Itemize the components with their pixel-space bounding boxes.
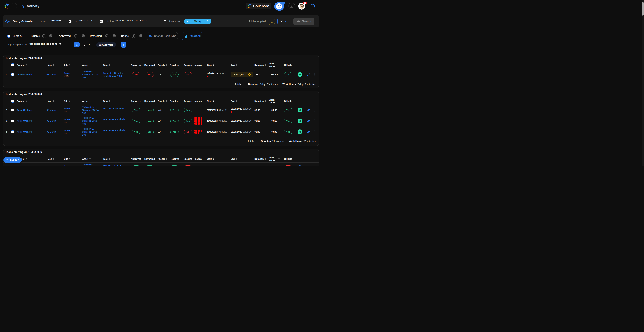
next-day-button[interactable] [204, 19, 211, 24]
col-project[interactable]: Project [16, 64, 42, 66]
billable-yes-icon[interactable] [42, 34, 46, 38]
assistant-chat-icon[interactable] [274, 2, 285, 11]
assignee-avatar[interactable]: M [298, 129, 302, 134]
site-cell[interactable]: AcmeUTC [60, 107, 80, 113]
undelete-icon[interactable] [139, 34, 143, 38]
support-button[interactable]: Support [4, 157, 22, 163]
col-asset[interactable]: Asset [80, 157, 103, 160]
job-link[interactable]: 03 March [46, 130, 56, 133]
col-end[interactable]: End [229, 100, 254, 102]
reset-filters-button[interactable] [269, 18, 275, 25]
row-menu-icon[interactable] [314, 119, 315, 122]
change-task-type-button[interactable]: Change Task Type [147, 32, 178, 40]
row-checkbox[interactable] [11, 73, 14, 76]
previous-day-button[interactable] [184, 19, 191, 24]
from-date-input[interactable]: 01/02/2026 [48, 19, 67, 24]
delete-icon[interactable] [132, 34, 136, 38]
job-link[interactable]: 03 March [46, 119, 56, 122]
section-select-checkbox[interactable] [11, 100, 14, 103]
to-date-input[interactable]: 25/03/2026 [79, 19, 98, 24]
today-button[interactable]: Today [191, 19, 204, 24]
images-grid[interactable] [194, 117, 204, 124]
images-grid[interactable] [194, 130, 204, 133]
edit-icon[interactable] [307, 73, 310, 76]
col-duration[interactable]: Duration [254, 157, 267, 160]
edit-icon[interactable] [307, 108, 310, 112]
assignee-avatar[interactable]: M [298, 119, 302, 123]
row-checkbox[interactable] [11, 130, 14, 133]
asset-link[interactable]: Turbine 01 / Siemens SG 2.4-108 [80, 127, 103, 136]
project-link[interactable]: Acme Offshore [16, 130, 42, 133]
col-people[interactable]: People [156, 100, 167, 102]
pagination-next[interactable]: › [89, 43, 90, 46]
assignee-avatar[interactable]: M [298, 108, 302, 112]
site-cell[interactable]: AcmeUTC [60, 129, 80, 135]
col-asset[interactable]: Asset [80, 100, 103, 102]
site-cell[interactable]: AcmeUTC [60, 165, 80, 166]
col-task[interactable]: Task [103, 64, 129, 66]
help-icon[interactable] [310, 4, 315, 9]
col-asset[interactable]: Asset [80, 64, 103, 66]
col-duration[interactable]: Duration [254, 100, 267, 102]
download-button[interactable] [288, 3, 295, 10]
col-work-hours[interactable]: Work Hours [269, 62, 280, 68]
col-job[interactable]: Job [48, 157, 54, 160]
site-cell[interactable]: AcmeUTC [60, 72, 80, 78]
col-start[interactable]: Start [204, 100, 229, 102]
task-link[interactable]: 10 - Taiwan Punch List [103, 129, 129, 135]
col-task[interactable]: Task [103, 157, 129, 160]
pagination-prev[interactable]: ‹ [70, 43, 70, 46]
col-end[interactable]: End [229, 157, 254, 160]
row-menu-icon[interactable] [314, 109, 315, 112]
col-people[interactable]: People [156, 64, 167, 66]
pagination-page-1[interactable]: 1 [74, 42, 80, 47]
col-work-hours[interactable]: Work Hours [269, 98, 280, 104]
assignee-avatar[interactable]: M [298, 72, 302, 77]
select-all-checkbox[interactable] [7, 35, 10, 38]
task-link[interactable]: 10 - Taiwan Punch List [103, 107, 129, 113]
col-site[interactable]: Site [60, 64, 80, 66]
row-menu-icon[interactable] [314, 130, 315, 133]
export-all-button[interactable]: Export All [182, 32, 203, 40]
col-site[interactable]: Site [60, 100, 80, 102]
asset-link[interactable]: Turbine 01 / Siemens SG 2.4-108 [80, 163, 103, 166]
billable-no-icon[interactable] [49, 34, 53, 38]
col-work-hours[interactable]: Work Hours [269, 156, 280, 162]
user-avatar[interactable]: 32 [298, 3, 305, 10]
col-start[interactable]: Start [204, 157, 229, 160]
time-display-select[interactable]: the local site time zone [29, 42, 64, 47]
col-people[interactable]: People [156, 157, 167, 160]
section-select-checkbox[interactable] [11, 63, 14, 66]
job-link[interactable]: 03 March [46, 109, 56, 112]
filter-button[interactable] [278, 18, 290, 25]
reviewed-yes-icon[interactable] [105, 34, 109, 38]
project-link[interactable]: Acme Offshore [16, 109, 42, 112]
edit-icon[interactable] [307, 119, 310, 122]
search-button[interactable]: Search [294, 18, 314, 25]
approved-no-icon[interactable] [81, 34, 85, 38]
row-checkbox[interactable] [11, 109, 14, 111]
col-site[interactable]: Site [60, 157, 80, 160]
asset-link[interactable]: Turbine 01 / Siemens SG 2.4-108 [80, 106, 103, 115]
timezone-select[interactable]: Europe/London UTC +01:00 [115, 19, 168, 24]
reviewed-no-icon[interactable] [112, 34, 116, 38]
job-link[interactable]: 03 March [46, 73, 56, 76]
asset-link[interactable]: Turbine 01 / Siemens SG 2.4-108 [80, 70, 103, 79]
asset-link[interactable]: Turbine 01 / Siemens SG 2.4-108 [80, 116, 103, 125]
row-checkbox[interactable] [11, 119, 14, 122]
add-activity-button[interactable]: + [121, 42, 126, 48]
col-duration[interactable]: Duration [254, 64, 267, 66]
task-link[interactable]: Template - Complex Blade Repair 2026 [103, 72, 129, 78]
col-task[interactable]: Task [103, 100, 129, 102]
project-link[interactable]: Acme Offshore [16, 73, 42, 76]
col-project[interactable]: Project [16, 100, 42, 102]
to-calendar-icon[interactable] [100, 20, 103, 23]
task-link[interactable]: (JAMIE) Vehicle Commissioning [103, 165, 129, 166]
col-job[interactable]: Job [48, 64, 54, 66]
col-end[interactable]: End [229, 64, 254, 66]
row-menu-icon[interactable] [314, 73, 315, 76]
site-cell[interactable]: AcmeUTC [60, 118, 80, 124]
col-job[interactable]: Job [48, 100, 54, 102]
approved-yes-icon[interactable] [74, 34, 78, 38]
edit-icon[interactable] [307, 130, 310, 133]
